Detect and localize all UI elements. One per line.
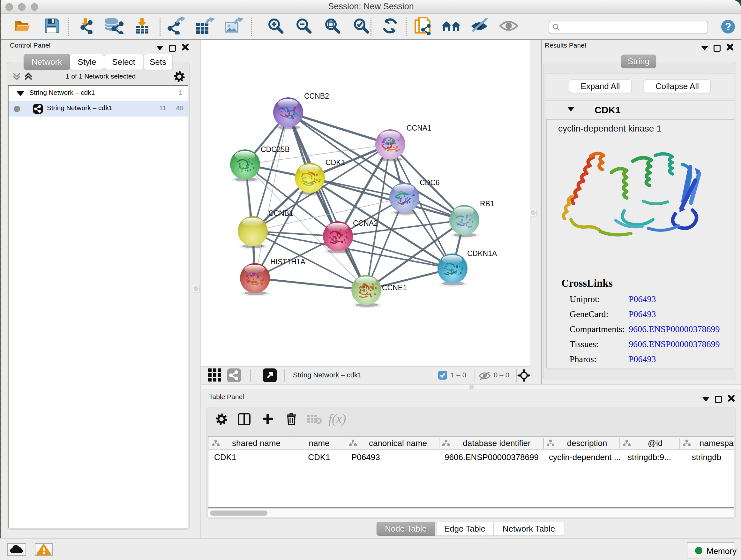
svg-text:CDK1: CDK1 — [326, 159, 345, 167]
svg-text:CDKN1A: CDKN1A — [467, 249, 497, 258]
svg-text:RB1: RB1 — [480, 199, 494, 208]
svg-text:CCNA1: CCNA1 — [407, 124, 431, 132]
svg-text:CCNB2: CCNB2 — [304, 92, 329, 100]
svg-text:CDC6: CDC6 — [420, 179, 440, 187]
svg-text:CCNA2: CCNA2 — [353, 219, 378, 227]
svg-text:CCNE1: CCNE1 — [382, 284, 407, 292]
svg-text:HIST1H1A: HIST1H1A — [270, 258, 306, 266]
svg-text:CCNB1: CCNB1 — [268, 209, 293, 217]
svg-text:CDC25B: CDC25B — [261, 145, 290, 153]
